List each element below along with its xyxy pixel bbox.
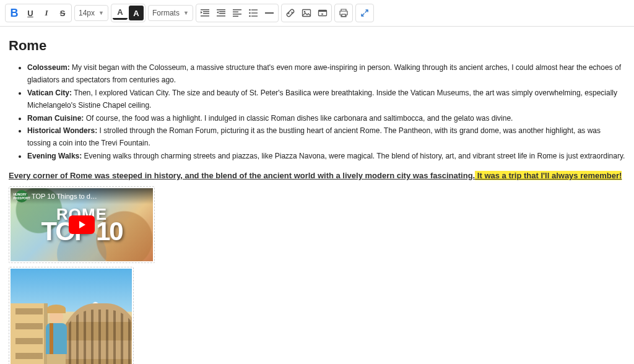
svg-point-0 <box>249 9 251 11</box>
indent-button[interactable] <box>198 6 212 20</box>
summary-paragraph: Every corner of Rome was steeped in hist… <box>9 171 625 180</box>
align-button[interactable] <box>230 6 245 20</box>
svg-rect-7 <box>302 10 310 17</box>
text-color-button[interactable]: A <box>113 6 128 20</box>
play-icon[interactable] <box>69 215 95 234</box>
list-item-label: Evening Walks: <box>27 152 82 160</box>
chevron-down-icon: ▼ <box>98 10 104 16</box>
list-item-label: Roman Cuisine: <box>27 114 84 123</box>
svg-rect-11 <box>342 14 345 17</box>
video-header: HUNGRY PASSPORT TOP 10 Things to d… <box>11 188 153 204</box>
color-group: A A <box>111 4 145 22</box>
list-item: Colosseum: My visit began with the Colos… <box>27 61 625 87</box>
insert-group <box>281 4 332 22</box>
list-item-text: Then, I explored Vatican City. The size … <box>27 89 617 110</box>
list-item: Roman Cuisine: Of course, the food was a… <box>27 112 625 124</box>
font-size-select[interactable]: 14px ▼ <box>74 5 108 21</box>
video-embed[interactable]: HUNGRY PASSPORT TOP 10 Things to d… ROME… <box>9 186 155 263</box>
list-item-text: My visit began with the Colosseum, a mas… <box>27 63 621 84</box>
editor-toolbar: B U I S 14px ▼ A A Formats ▼ <box>0 0 634 27</box>
svg-rect-3 <box>251 12 258 13</box>
list-item-label: Vatican City: <box>27 89 72 97</box>
rome-illustration[interactable] <box>11 269 132 364</box>
strikethrough-button[interactable]: S <box>55 6 70 20</box>
video-thumbnail[interactable]: HUNGRY PASSPORT TOP 10 Things to d… ROME… <box>11 188 153 261</box>
svg-point-4 <box>249 15 251 17</box>
background-color-button[interactable]: A <box>129 6 144 20</box>
collapse-button[interactable] <box>357 6 372 20</box>
page-title: Rome <box>9 38 625 54</box>
list-item-text: Evening walks through charming streets a… <box>82 152 625 160</box>
video-button[interactable] <box>315 6 330 20</box>
collapse-group <box>355 4 374 22</box>
font-size-value: 14px <box>79 9 95 17</box>
horizontal-rule-button[interactable] <box>262 6 277 20</box>
formats-select[interactable]: Formats ▼ <box>148 5 193 21</box>
list-item: Vatican City: Then, I explored Vatican C… <box>27 87 625 112</box>
svg-rect-1 <box>251 9 258 10</box>
outdent-button[interactable] <box>214 6 228 20</box>
list-item-label: Historical Wonders: <box>27 126 97 135</box>
svg-rect-5 <box>251 15 258 16</box>
formats-label: Formats <box>152 9 180 17</box>
bullet-list: Colosseum: My visit began with the Colos… <box>9 61 625 162</box>
image-button[interactable] <box>299 6 314 20</box>
link-button[interactable] <box>283 6 298 20</box>
paragraph-group <box>196 4 279 22</box>
bullet-list-button[interactable] <box>246 6 261 20</box>
list-item-text: Of course, the food was a highlight. I i… <box>84 114 513 123</box>
video-title: TOP 10 Things to d… <box>32 193 97 200</box>
list-item-text: I strolled through the Roman Forum, pict… <box>27 126 601 147</box>
bold-button[interactable]: B <box>7 6 22 20</box>
editor-content[interactable]: Rome Colosseum: My visit began with the … <box>0 27 634 364</box>
print-group <box>334 4 353 22</box>
text-style-group: B U I S <box>5 4 72 22</box>
svg-rect-6 <box>265 12 274 14</box>
print-button[interactable] <box>336 6 351 20</box>
channel-avatar: HUNGRY PASSPORT <box>15 190 28 202</box>
summary-text: Every corner of Rome was steeped in hist… <box>9 171 475 180</box>
italic-button[interactable]: I <box>39 6 54 20</box>
highlighted-text: It was a trip that I'll always remember! <box>475 171 622 180</box>
building-graphic <box>11 303 48 364</box>
tourist-graphic <box>43 310 70 364</box>
image-embed[interactable] <box>9 267 134 364</box>
svg-rect-10 <box>318 11 326 12</box>
list-item-label: Colosseum: <box>27 63 70 72</box>
underline-button[interactable]: U <box>23 6 38 20</box>
list-item: Evening Walks: Evening walks through cha… <box>27 150 625 162</box>
list-item: Historical Wonders: I strolled through t… <box>27 124 625 150</box>
svg-point-8 <box>304 11 306 13</box>
svg-point-2 <box>249 12 251 14</box>
chevron-down-icon: ▼ <box>183 10 189 16</box>
